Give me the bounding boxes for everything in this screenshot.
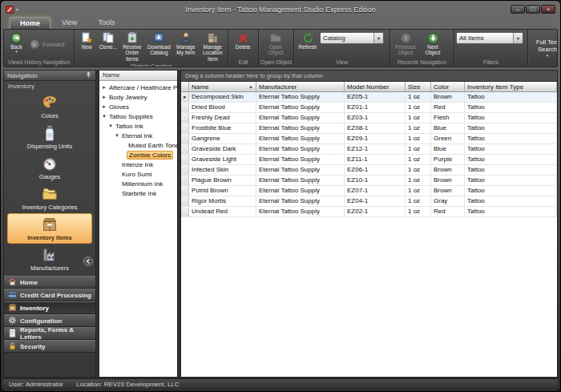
cell-inventory-item-type: Tattoo bbox=[465, 186, 557, 196]
cell-size: 1 oz bbox=[406, 144, 431, 154]
table-row[interactable]: Dried BloodEternal Tattoo SupplyEZ01-11 … bbox=[181, 103, 557, 113]
pin-icon[interactable] bbox=[85, 71, 92, 80]
tree-collapsed-icon[interactable]: ▸ bbox=[101, 94, 107, 100]
tree-item-eternal-ink[interactable]: ▾Eternal Ink bbox=[99, 131, 177, 140]
minimize-button[interactable]: – bbox=[511, 5, 525, 14]
manage-location-item-button[interactable]: Manage Location Item bbox=[200, 30, 226, 63]
table-row[interactable]: GangreneEternal Tattoo SupplyEZ09-11 ozG… bbox=[181, 134, 557, 144]
cell-inventory-item-type: Tattoo bbox=[465, 144, 557, 154]
chevron-down-icon[interactable]: ▾ bbox=[513, 33, 523, 43]
refresh-button[interactable]: Refresh bbox=[296, 30, 320, 51]
tab-tools[interactable]: Tools bbox=[88, 17, 124, 29]
back-button[interactable]: ◀ Back ▾ bbox=[6, 30, 27, 55]
cell-name: Plague Brown bbox=[189, 176, 256, 185]
new-button[interactable]: New bbox=[76, 30, 98, 51]
sidebar-item-configuration[interactable]: Configuration bbox=[4, 314, 95, 327]
column-header-label: Inventory Item Type bbox=[467, 83, 523, 91]
cell-name: Frostbite Blue bbox=[189, 123, 256, 133]
sidebar-item-inventory[interactable]: Inventory bbox=[4, 301, 95, 314]
tree-item-kuro-sumi[interactable]: Kuro Sumi bbox=[99, 169, 177, 179]
ribbon: ◀ Back ▾ ▶ Forward Views History Navigat… bbox=[3, 29, 558, 67]
cell-model-number: EZ04-1 bbox=[345, 196, 406, 206]
tree-column-header[interactable]: Name bbox=[99, 71, 177, 81]
tree-item-body-jewelry[interactable]: ▸Body Jewelry bbox=[99, 92, 177, 102]
view-mode-combo[interactable]: Catalog ▾ bbox=[320, 32, 384, 44]
sidebar-item-reports-forms-letters[interactable]: Reports, Forms & Letters bbox=[4, 327, 95, 340]
nav-collapse-button[interactable] bbox=[83, 255, 93, 269]
group-by-bar[interactable]: Drag a column header here to group by th… bbox=[181, 71, 557, 82]
column-header-size[interactable]: Size bbox=[406, 82, 431, 91]
app-icon[interactable] bbox=[6, 6, 14, 14]
sort-asc-icon: ▲ bbox=[247, 84, 253, 89]
tree-item-starbrite-ink[interactable]: Starbrite Ink bbox=[99, 188, 177, 198]
sidebar-item-security[interactable]: Security bbox=[4, 340, 95, 353]
tree-item-tattoo-ink[interactable]: ▾Tattoo Ink bbox=[99, 121, 177, 131]
nav-tile-colors[interactable]: Colors bbox=[7, 91, 92, 122]
tree-expanded-icon[interactable]: ▾ bbox=[101, 113, 107, 119]
tree-item-intenze-ink[interactable]: Intenze Ink bbox=[99, 160, 177, 169]
cell-manufacturer: Eternal Tattoo Supply bbox=[256, 186, 345, 196]
receive-order-items-button[interactable]: Receive Order Items bbox=[119, 30, 145, 63]
delete-button[interactable]: Delete bbox=[230, 30, 256, 51]
tree-item-millennium-ink[interactable]: Millennium Ink bbox=[99, 179, 177, 188]
column-header-manufacturer[interactable]: Manufacturer bbox=[256, 82, 345, 91]
tree-item-tattoo-supplies[interactable]: ▾Tattoo Supplies bbox=[99, 111, 177, 121]
open-object-button[interactable]: Open Object bbox=[260, 30, 291, 57]
cell-model-number: EZ11-1 bbox=[345, 155, 406, 164]
nav-tile-manufacturers[interactable]: Manufacturers bbox=[7, 244, 92, 274]
table-row[interactable]: Freshly DeadEternal Tattoo SupplyEZ03-11… bbox=[181, 113, 557, 123]
tab-home[interactable]: Home bbox=[10, 17, 50, 29]
table-row[interactable]: ▸Decomposed SkinEternal Tattoo SupplyEZ0… bbox=[181, 92, 557, 103]
tab-view[interactable]: View bbox=[52, 17, 87, 29]
next-object-button[interactable]: Next Object bbox=[419, 30, 446, 57]
table-row[interactable]: Putrid BrownEternal Tattoo SupplyEZ07-11… bbox=[181, 186, 557, 196]
cell-size: 1 oz bbox=[406, 186, 431, 196]
column-header-name[interactable]: Name▲ bbox=[189, 82, 256, 91]
open-object-icon bbox=[269, 31, 282, 44]
nav-tile-inventory-categories[interactable]: Inventory Categories bbox=[7, 183, 92, 213]
titlebar-menu-arrow-icon[interactable]: ▾ bbox=[16, 6, 18, 12]
column-header-inventory-item-type[interactable]: Inventory Item Type bbox=[465, 82, 557, 91]
next-object-icon bbox=[427, 31, 439, 44]
download-catalog-button[interactable]: Download Catalog bbox=[146, 30, 172, 57]
delete-button-label: Delete bbox=[236, 44, 251, 50]
column-header-color[interactable]: Color bbox=[431, 82, 465, 91]
chevron-down-icon[interactable]: ▾ bbox=[373, 33, 383, 43]
tree-expanded-icon[interactable]: ▾ bbox=[107, 123, 114, 129]
clone-button[interactable]: Clone... bbox=[98, 30, 119, 51]
chevron-down-icon: ▾ bbox=[547, 54, 549, 58]
previous-object-button[interactable]: Previous Object bbox=[392, 30, 419, 57]
nav-tile-inventory-items[interactable]: Inventory Items bbox=[7, 213, 92, 244]
table-row[interactable]: Undead RedEternal Tattoo SupplyEZ02-11 o… bbox=[181, 207, 557, 217]
chevron-down-icon: ▾ bbox=[15, 50, 18, 54]
factory-icon bbox=[41, 246, 59, 264]
nav-tile-gauges[interactable]: Gauges bbox=[7, 152, 92, 183]
tree-collapsed-icon[interactable]: ▸ bbox=[101, 103, 107, 110]
forward-button[interactable]: ▶ Forward bbox=[27, 38, 67, 51]
table-row[interactable]: Graveside DarkEternal Tattoo SupplyEZ12-… bbox=[181, 144, 557, 155]
nav-tile-dispensing-units[interactable]: Dispensing Units bbox=[7, 122, 92, 152]
filters-combo[interactable]: All Items ▾ bbox=[456, 32, 523, 44]
credit-card-icon bbox=[8, 290, 17, 301]
full-text-search-button[interactable]: Full Text Search ▾ bbox=[530, 30, 558, 67]
table-row[interactable]: Graveside LightEternal Tattoo SupplyEZ11… bbox=[181, 155, 557, 165]
sidebar-item-label: Inventory bbox=[20, 305, 49, 312]
table-row[interactable]: Frostbite BlueEternal Tattoo SupplyEZ08-… bbox=[181, 123, 557, 134]
table-row[interactable]: Rigor MortisEternal Tattoo SupplyEZ04-11… bbox=[181, 196, 557, 207]
maximize-button[interactable]: □ bbox=[526, 5, 540, 14]
table-row[interactable]: Plague BrownEternal Tattoo SupplyEZ10-11… bbox=[181, 176, 557, 186]
tree-item-zombie-colors[interactable]: Zombie Colors bbox=[99, 150, 177, 160]
tree-item-aftercare-healthcare-prod[interactable]: ▸Aftercare / Healthcare Prod... bbox=[99, 83, 177, 92]
tree-collapsed-icon[interactable]: ▸ bbox=[101, 84, 107, 91]
tree-item-muted-earth-tones[interactable]: Muted Earth Tones bbox=[99, 140, 177, 150]
tree-expanded-icon[interactable]: ▾ bbox=[114, 132, 120, 139]
sidebar-item-home[interactable]: Home bbox=[4, 276, 95, 289]
close-button[interactable]: × bbox=[541, 5, 555, 14]
cell-size: 1 oz bbox=[406, 103, 431, 112]
manage-my-item-button[interactable]: Manage My Item bbox=[172, 30, 199, 57]
tree-item-gloves[interactable]: ▸Gloves bbox=[99, 102, 177, 111]
column-header-model-number[interactable]: Model Number bbox=[345, 82, 406, 91]
table-row[interactable]: Infected SkinEternal Tattoo SupplyEZ06-1… bbox=[181, 165, 557, 176]
group-view: Refresh Catalog ▾ View bbox=[294, 30, 390, 67]
sidebar-item-credit-card-processing[interactable]: Credit Card Processing bbox=[4, 289, 95, 301]
